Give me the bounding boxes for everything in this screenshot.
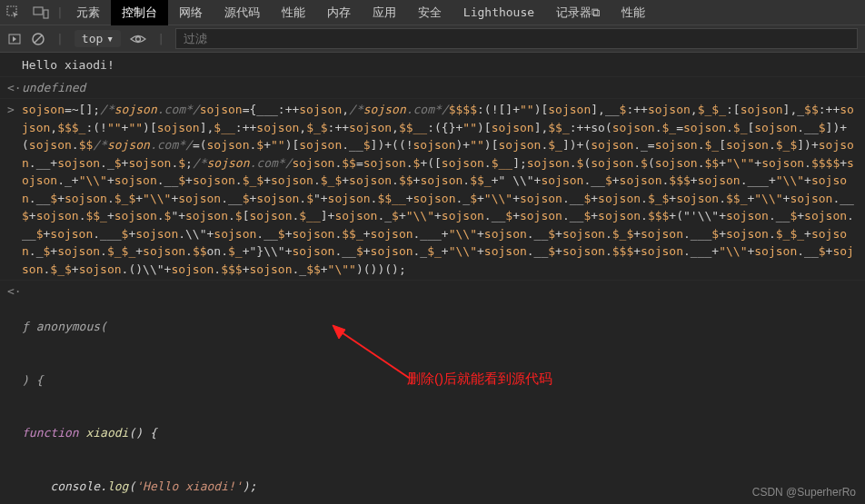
devtools-tabs: | 元素 控制台 网络 源代码 性能 内存 应用 安全 Lighthouse 记…: [0, 0, 865, 25]
result-arrow-icon: <·: [7, 79, 22, 97]
svg-line-7: [336, 329, 409, 378]
svg-point-6: [136, 36, 141, 41]
console-input-line: > sojson=~[];/*sojson.com*/sojson={___:+…: [0, 99, 865, 281]
tab-lighthouse[interactable]: Lighthouse: [452, 0, 545, 25]
log-text: Hello xiaodi!: [22, 56, 858, 74]
divider: |: [155, 32, 166, 45]
annotation-text: 删除()后就能看到源代码: [407, 371, 552, 388]
svg-rect-1: [34, 7, 43, 15]
divider: |: [55, 32, 65, 45]
tab-console[interactable]: 控制台: [111, 0, 168, 25]
undefined-value: undefined: [22, 79, 858, 97]
console-toolbar: | top ▾ |: [0, 25, 865, 53]
tab-memory[interactable]: 内存: [316, 0, 362, 25]
eye-icon[interactable]: [130, 32, 146, 46]
tab-sources[interactable]: 源代码: [214, 0, 271, 25]
obfuscated-code: sojson=~[];/*sojson.com*/sojson={___:++s…: [22, 101, 858, 278]
tab-network[interactable]: 网络: [168, 0, 214, 25]
console-result-line: <· undefined: [0, 77, 865, 100]
clear-icon[interactable]: [31, 32, 45, 46]
svg-rect-2: [44, 10, 48, 18]
console-result-block: <· ƒ anonymous( ) { function xiaodi() { …: [0, 281, 865, 504]
svg-line-5: [35, 35, 42, 43]
tab-recorder[interactable]: 记录器 ⧉: [545, 0, 611, 25]
svg-marker-8: [333, 325, 345, 339]
anonymous-function: ƒ anonymous( ) { function xiaodi() { con…: [22, 282, 858, 504]
device-icon[interactable]: [27, 5, 55, 20]
tab-security[interactable]: 安全: [407, 0, 452, 25]
context-label: top: [82, 32, 103, 45]
inspect-icon[interactable]: [0, 5, 27, 20]
filter-input[interactable]: [175, 28, 858, 49]
tab-elements[interactable]: 元素: [65, 0, 111, 25]
divider: |: [55, 5, 65, 19]
tab-application[interactable]: 应用: [362, 0, 407, 25]
console-log-line: Hello xiaodi!: [0, 54, 865, 77]
result-arrow-icon: <·: [7, 282, 22, 504]
tab-perf2[interactable]: 性能: [611, 0, 656, 25]
console-output: Hello xiaodi! <· undefined > sojson=~[];…: [0, 53, 865, 504]
annotation-arrow: [327, 323, 418, 387]
play-icon[interactable]: [7, 32, 22, 46]
chevron-down-icon: ▾: [106, 32, 114, 45]
tab-performance[interactable]: 性能: [271, 0, 316, 25]
watermark: CSDN @SuperherRo: [752, 486, 856, 499]
gutter: [7, 56, 22, 74]
context-selector[interactable]: top ▾: [75, 30, 121, 47]
input-arrow-icon: >: [7, 101, 22, 278]
